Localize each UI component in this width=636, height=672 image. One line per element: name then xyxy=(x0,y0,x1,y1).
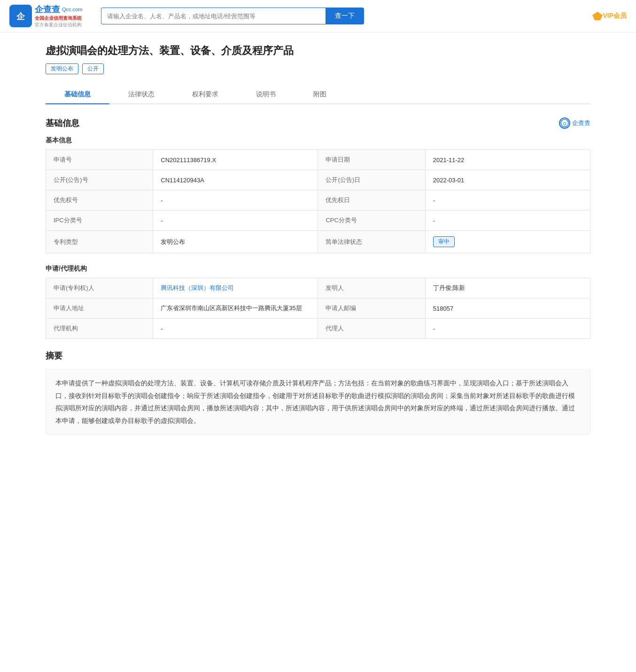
label-cell: 公开(公告)日 xyxy=(318,170,425,190)
table-row: IPC分类号 - CPC分类号 - xyxy=(46,211,590,231)
svg-text:Q: Q xyxy=(563,121,566,126)
table-row: 申请(专利权)人 腾讯科技（深圳）有限公司 发明人 丁丹俊;陈新 xyxy=(46,278,590,298)
tab-drawings[interactable]: 附图 xyxy=(295,86,345,104)
value-cell: 2022-03-01 xyxy=(425,170,590,190)
value-cell: - xyxy=(425,190,590,211)
agency-subtitle: 申请/代理机构 xyxy=(46,265,590,273)
logo-url: Qcc.com xyxy=(62,7,82,12)
page-content: 虚拟演唱会的处理方法、装置、设备、介质及程序产品 发明公布 公开 基础信息 法律… xyxy=(36,32,600,446)
value-cell: 发明公布 xyxy=(153,231,318,253)
tab-legal-status[interactable]: 法律状态 xyxy=(109,86,173,104)
value-cell: - xyxy=(153,211,318,231)
vip-diamond-icon xyxy=(592,12,603,20)
label-cell: 申请(专利权)人 xyxy=(46,278,153,298)
label-cell: CPC分类号 xyxy=(318,211,425,231)
label-cell: 申请人邮编 xyxy=(318,298,425,319)
value-cell: 广东省深圳市南山区高新区科技中一路腾讯大厦35层 xyxy=(153,298,318,319)
logo-icon: 企 xyxy=(9,5,32,27)
tab-basic-info[interactable]: 基础信息 xyxy=(46,86,109,104)
tab-claims[interactable]: 权利要求 xyxy=(173,86,237,104)
value-cell: - xyxy=(425,211,590,231)
label-cell: 发明人 xyxy=(318,278,425,298)
search-button[interactable]: 查一下 xyxy=(326,8,364,24)
logo-text: 企查查 Qcc.com 全国企业信用查询系统 官方备案企业征信机构 xyxy=(35,4,82,28)
value-cell: - xyxy=(425,319,590,339)
label-cell: 简单法律状态 xyxy=(318,231,425,253)
logo-area: 企 企查查 Qcc.com 全国企业信用查询系统 官方备案企业征信机构 xyxy=(9,4,82,28)
value-cell: 518057 xyxy=(425,298,590,319)
logo-main-text: 企查查 xyxy=(35,4,60,15)
label-cell: 公开(公告)号 xyxy=(46,170,153,190)
table-row: 优先权号 - 优先权日 - xyxy=(46,190,590,211)
label-cell: 优先权日 xyxy=(318,190,425,211)
label-cell: 申请号 xyxy=(46,150,153,170)
svg-text:企: 企 xyxy=(16,12,25,21)
badges-row: 发明公布 公开 xyxy=(46,63,590,74)
qcc-circle-icon: Q xyxy=(559,117,570,129)
abstract-text: 本申请提供了一种虚拟演唱会的处理方法、装置、设备、计算机可读存储介质及计算机程序… xyxy=(46,369,590,435)
label-cell: 申请人地址 xyxy=(46,298,153,319)
label-cell: 专利类型 xyxy=(46,231,153,253)
value-cell: 丁丹俊;陈新 xyxy=(425,278,590,298)
qcc-watermark: Q 企查查 xyxy=(559,117,590,129)
watermark-text: 企查查 xyxy=(572,119,590,127)
basic-info-table: 申请号 CN202111386719.X 申请日期 2021-11-22 公开(… xyxy=(46,149,590,253)
value-cell: CN114120943A xyxy=(153,170,318,190)
tabs: 基础信息 法律状态 权利要求 说明书 附图 xyxy=(46,86,590,104)
label-cell: IPC分类号 xyxy=(46,211,153,231)
logo-badge1: 全国企业信用查询系统 xyxy=(35,15,82,22)
applicant-link[interactable]: 腾讯科技（深圳）有限公司 xyxy=(153,278,318,298)
table-row: 申请人地址 广东省深圳市南山区高新区科技中一路腾讯大厦35层 申请人邮编 518… xyxy=(46,298,590,319)
value-cell: CN202111386719.X xyxy=(153,150,318,170)
section-title: 基础信息 xyxy=(46,117,79,129)
section-header: 基础信息 Q 企查查 xyxy=(46,117,590,129)
svg-marker-2 xyxy=(592,12,603,20)
basic-info-subtitle: 基本信息 xyxy=(46,136,590,145)
value-cell: 2021-11-22 xyxy=(425,150,590,170)
table-row: 申请号 CN202111386719.X 申请日期 2021-11-22 xyxy=(46,150,590,170)
label-cell: 优先权号 xyxy=(46,190,153,211)
search-area: 查一下 xyxy=(101,8,364,24)
badge-type: 发明公布 xyxy=(46,63,78,74)
abstract-title: 摘要 xyxy=(46,350,590,361)
badge-status: 公开 xyxy=(82,63,104,74)
logo-badge2: 官方备案企业征信机构 xyxy=(35,22,82,28)
header: 企 企查查 Qcc.com 全国企业信用查询系统 官方备案企业征信机构 查一下 … xyxy=(0,0,636,32)
value-cell: - xyxy=(153,190,318,211)
search-input[interactable] xyxy=(101,8,326,24)
table-row: 专利类型 发明公布 简单法律状态 审中 xyxy=(46,231,590,253)
vip-area[interactable]: VIP会员 xyxy=(592,12,627,20)
vip-label: VIP会员 xyxy=(603,12,627,20)
label-cell: 申请日期 xyxy=(318,150,425,170)
label-cell: 代理机构 xyxy=(46,319,153,339)
label-cell: 代理人 xyxy=(318,319,425,339)
tab-description[interactable]: 说明书 xyxy=(237,86,295,104)
value-cell: 审中 xyxy=(425,231,590,253)
table-row: 公开(公告)号 CN114120943A 公开(公告)日 2022-03-01 xyxy=(46,170,590,190)
agency-table: 申请(专利权)人 腾讯科技（深圳）有限公司 发明人 丁丹俊;陈新 申请人地址 广… xyxy=(46,278,590,339)
page-title: 虚拟演唱会的处理方法、装置、设备、介质及程序产品 xyxy=(46,44,590,58)
value-cell: - xyxy=(153,319,318,339)
table-row: 代理机构 - 代理人 - xyxy=(46,319,590,339)
status-badge: 审中 xyxy=(433,236,455,247)
